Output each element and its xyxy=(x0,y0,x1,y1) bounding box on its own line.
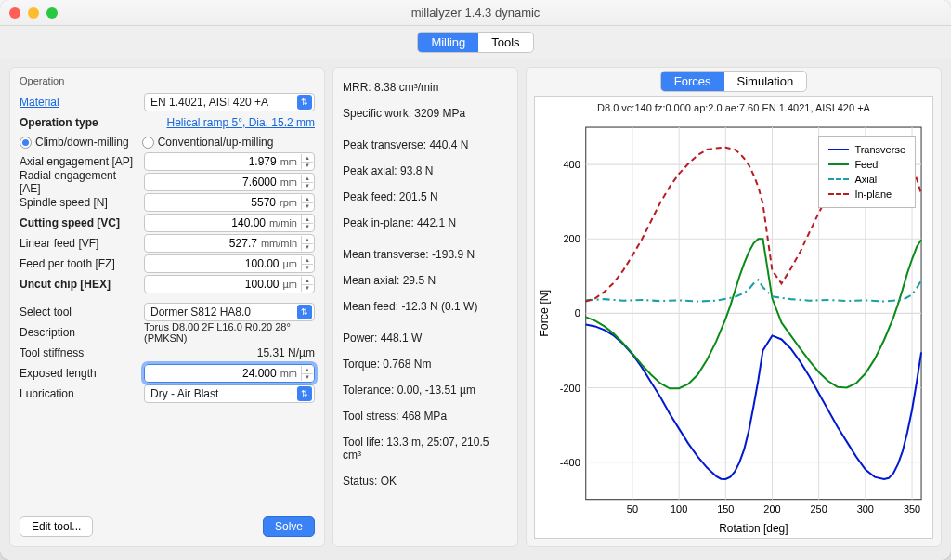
tab-tools[interactable]: Tools xyxy=(478,33,532,52)
stepper-up-icon[interactable]: ▲ xyxy=(301,215,313,224)
solve-button[interactable]: Solve xyxy=(263,516,315,537)
window-title: millalyzer 1.4.3 dynamic xyxy=(0,6,951,20)
legend-swatch xyxy=(828,193,849,195)
chevron-updown-icon: ⇅ xyxy=(297,386,312,401)
tool-stiffness-value: 15.31 N/µm xyxy=(144,346,315,359)
lubrication-label: Lubrication xyxy=(20,387,138,400)
tool-description-value: Torus D8.00 2F L16.0 R0.20 28° (PMKSN) xyxy=(144,321,315,344)
stepper-down-icon[interactable]: ▼ xyxy=(301,224,313,231)
stepper-down-icon[interactable]: ▼ xyxy=(301,183,313,190)
svg-text:300: 300 xyxy=(857,503,874,514)
stepper-down-icon[interactable]: ▼ xyxy=(301,203,313,211)
exposed-length-label: Exposed length xyxy=(20,367,138,380)
stepper-down-icon[interactable]: ▼ xyxy=(301,244,313,252)
svg-text:400: 400 xyxy=(564,159,580,170)
svg-text:100: 100 xyxy=(671,503,687,514)
material-link[interactable]: Material xyxy=(20,96,138,109)
material-value: EN 1.4021, AISI 420 +A xyxy=(150,96,268,109)
svg-text:-400: -400 xyxy=(560,457,580,468)
lubrication-select[interactable]: Dry - Air Blast ⇅ xyxy=(144,384,315,403)
result-line: Tolerance: 0.00, -13.51 µm xyxy=(343,384,508,397)
chevron-updown-icon: ⇅ xyxy=(297,305,312,319)
tool-stiffness-label: Tool stiffness xyxy=(20,346,138,359)
legend-label: Axial xyxy=(854,174,877,185)
stepper-up-icon[interactable]: ▲ xyxy=(301,195,313,203)
param-input-4[interactable]: mm/min ▲▼ xyxy=(144,234,315,253)
result-line: Status: OK xyxy=(343,475,508,488)
result-line: Tool stress: 468 MPa xyxy=(343,410,508,423)
stepper-down-icon[interactable]: ▼ xyxy=(301,285,313,293)
result-line: Specific work: 3209 MPa xyxy=(343,107,508,120)
legend-swatch xyxy=(828,163,849,165)
svg-text:-200: -200 xyxy=(560,382,580,393)
legend-label: Feed xyxy=(854,159,878,170)
result-line: Mean axial: 29.5 N xyxy=(343,274,508,287)
helical-ramp-link[interactable]: Helical ramp 5°, Dia. 15.2 mm xyxy=(144,116,315,129)
svg-text:200: 200 xyxy=(763,503,780,514)
param-label: Radial engagement [AE] xyxy=(20,169,138,195)
param-input-5[interactable]: µm ▲▼ xyxy=(144,254,315,273)
stepper-down-icon[interactable]: ▼ xyxy=(301,163,313,170)
param-label: Axial engagement [AP] xyxy=(20,155,138,168)
result-line: Peak axial: 93.8 N xyxy=(343,164,508,177)
operation-panel: Operation Material EN 1.4021, AISI 420 +… xyxy=(9,67,325,547)
param-label: Cutting speed [VC] xyxy=(20,216,138,229)
param-input-3[interactable]: m/min ▲▼ xyxy=(144,214,315,232)
param-label: Feed per tooth [FZ] xyxy=(20,257,138,270)
stepper-up-icon[interactable]: ▲ xyxy=(301,256,313,265)
result-line: Tool life: 13.3 m, 25:07, 210.5 cm³ xyxy=(343,436,508,462)
result-line: Power: 448.1 W xyxy=(343,332,508,345)
chart-legend: TransverseFeedAxialIn-plane xyxy=(818,136,916,208)
param-label: Linear feed [VF] xyxy=(20,237,138,250)
stepper-up-icon[interactable]: ▲ xyxy=(301,154,313,163)
select-tool-label: Select tool xyxy=(20,306,138,319)
radio-dot-icon xyxy=(20,137,32,149)
operation-type-label: Operation type xyxy=(20,116,138,129)
legend-swatch xyxy=(828,149,849,150)
svg-text:Force [N]: Force [N] xyxy=(538,290,551,337)
result-line: Peak feed: 201.5 N xyxy=(343,190,508,203)
svg-text:0: 0 xyxy=(575,307,580,319)
svg-text:350: 350 xyxy=(904,503,920,514)
app-window: millalyzer 1.4.3 dynamic Milling Tools O… xyxy=(0,0,951,560)
result-line: Mean transverse: -193.9 N xyxy=(343,248,508,261)
content-area: Operation Material EN 1.4021, AISI 420 +… xyxy=(0,59,951,560)
stepper-up-icon[interactable]: ▲ xyxy=(301,277,313,285)
stepper-up-icon[interactable]: ▲ xyxy=(301,236,313,244)
material-select[interactable]: EN 1.4021, AISI 420 +A ⇅ xyxy=(144,93,315,111)
chevron-updown-icon: ⇅ xyxy=(297,95,312,110)
main-tabs: Milling Tools xyxy=(417,32,533,53)
param-label: Spindle speed [N] xyxy=(20,196,138,209)
param-input-2[interactable]: rpm ▲▼ xyxy=(144,193,315,212)
stepper-down-icon[interactable]: ▼ xyxy=(301,374,313,382)
svg-text:Rotation [deg]: Rotation [deg] xyxy=(719,522,788,535)
param-label: Uncut chip [HEX] xyxy=(20,278,138,291)
radio-conventional[interactable]: Conventional/up-milling xyxy=(142,136,274,149)
lubrication-value: Dry - Air Blast xyxy=(150,387,218,400)
legend-swatch xyxy=(828,178,849,180)
tab-forces[interactable]: Forces xyxy=(661,72,724,91)
svg-text:50: 50 xyxy=(627,503,638,514)
tab-simulation[interactable]: Simulation xyxy=(724,72,807,91)
titlebar: millalyzer 1.4.3 dynamic xyxy=(0,0,951,26)
chart-panel: Forces Simulation D8.0 vc:140 fz:0.000 a… xyxy=(526,67,942,547)
legend-label: Transverse xyxy=(854,144,905,155)
stepper-up-icon[interactable]: ▲ xyxy=(301,175,313,183)
param-input-6[interactable]: µm ▲▼ xyxy=(144,275,315,293)
result-line: Peak in-plane: 442.1 N xyxy=(343,216,508,229)
stepper-up-icon[interactable]: ▲ xyxy=(301,366,313,374)
tool-select-value: Dormer S812 HA8.0 xyxy=(150,306,251,319)
radio-climb[interactable]: Climb/down-milling xyxy=(20,136,129,149)
radio-dot-icon xyxy=(142,137,154,149)
operation-section-title: Operation xyxy=(20,75,315,86)
exposed-length-input[interactable]: mm ▲▼ xyxy=(144,364,315,383)
stepper-down-icon[interactable]: ▼ xyxy=(301,265,313,272)
tab-milling[interactable]: Milling xyxy=(418,33,478,52)
param-input-1[interactable]: mm ▲▼ xyxy=(144,173,315,191)
param-input-0[interactable]: mm ▲▼ xyxy=(144,152,315,171)
chart-title: D8.0 vc:140 fz:0.000 ap:2.0 ae:7.60 EN 1… xyxy=(535,102,932,113)
result-line: Peak transverse: 440.4 N xyxy=(343,138,508,151)
tool-select[interactable]: Dormer S812 HA8.0 ⇅ xyxy=(144,303,315,321)
milling-direction-radios: Climb/down-milling Conventional/up-milli… xyxy=(20,133,315,151)
edit-tool-button[interactable]: Edit tool... xyxy=(20,516,93,537)
